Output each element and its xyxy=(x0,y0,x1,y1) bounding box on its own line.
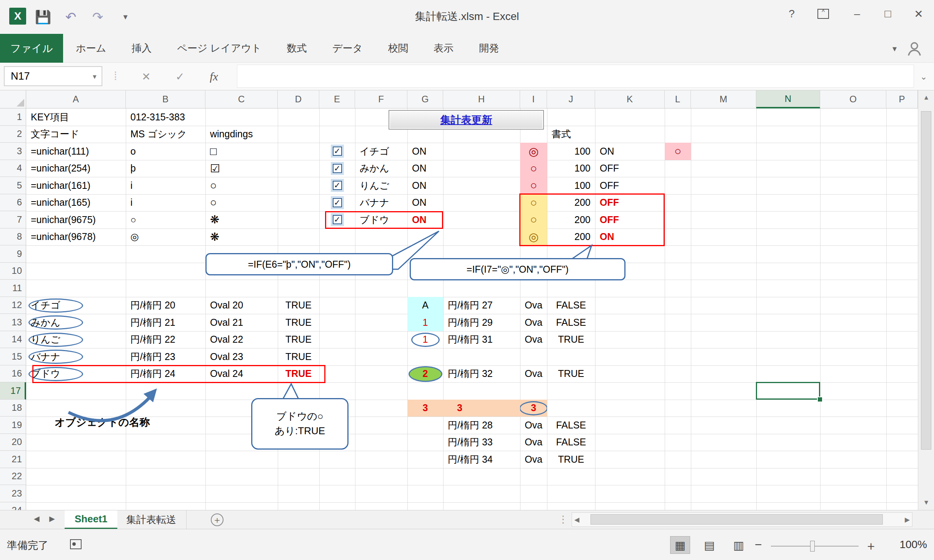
cell-G3[interactable]: ON xyxy=(407,143,443,160)
formula-callout-1[interactable]: =IF(E6="þ","ON","OFF") xyxy=(205,253,393,275)
row-header-4[interactable]: 4 xyxy=(0,160,26,177)
checkbox-checked-icon[interactable]: ✓ xyxy=(331,179,344,192)
scroll-right-icon[interactable]: ▶ xyxy=(905,516,910,524)
cell-A13[interactable]: みかん xyxy=(26,314,126,331)
cell-K5[interactable]: OFF xyxy=(595,177,665,194)
col-header-M[interactable]: M xyxy=(691,90,756,108)
cell-E7[interactable]: ✓ xyxy=(319,211,355,228)
cell-C16[interactable]: Oval 24 xyxy=(205,365,278,383)
zoom-slider-thumb[interactable] xyxy=(810,541,815,552)
cell-C3[interactable]: □ xyxy=(205,143,278,160)
cell-K7[interactable]: OFF xyxy=(595,211,665,228)
ribbon-caret-icon[interactable]: ▾ xyxy=(892,44,897,54)
cell-A4[interactable]: =unichar(254) xyxy=(26,160,126,177)
cell-I18[interactable]: 3 xyxy=(520,400,547,417)
cell-A15[interactable]: バナナ xyxy=(26,348,126,365)
cell-J14[interactable]: TRUE xyxy=(547,331,595,348)
zoom-out-button[interactable]: − xyxy=(755,538,762,552)
row-header-6[interactable]: 6 xyxy=(0,194,26,212)
cell-H13[interactable]: 円/楕円 29 xyxy=(443,314,520,331)
row-header-21[interactable]: 21 xyxy=(0,451,26,468)
sheet-tab-sheet1[interactable]: Sheet1 xyxy=(65,510,117,529)
view-page-break-icon[interactable]: ▥ xyxy=(729,536,749,554)
formula-callout-2[interactable]: =IF(I7="◎","ON","OFF") xyxy=(410,258,625,280)
update-summary-button[interactable]: 集計表更新 xyxy=(389,110,544,130)
col-header-E[interactable]: E xyxy=(319,90,355,108)
cell-B15[interactable]: 円/楕円 23 xyxy=(126,348,205,365)
col-header-C[interactable]: C xyxy=(205,90,278,108)
cell-C12[interactable]: Oval 20 xyxy=(205,297,278,314)
zoom-level[interactable]: 100% xyxy=(885,538,927,551)
speech-bubble-callout[interactable]: ブドウの○ あり:TRUE xyxy=(251,398,349,450)
cell-J12[interactable]: FALSE xyxy=(547,297,595,314)
view-normal-icon[interactable]: ▦ xyxy=(670,536,690,554)
cell-A3[interactable]: =unichar(111) xyxy=(26,143,126,160)
cell-A16[interactable]: ブドウ xyxy=(26,365,126,383)
macro-record-icon[interactable] xyxy=(70,539,82,549)
cell-A7[interactable]: =unichar(9675) xyxy=(26,211,126,228)
cell-J13[interactable]: FALSE xyxy=(547,314,595,331)
col-header-O[interactable]: O xyxy=(820,90,886,108)
account-icon[interactable] xyxy=(906,40,923,58)
cell-J2[interactable]: 書式 xyxy=(547,126,595,143)
col-header-H[interactable]: H xyxy=(443,90,520,108)
col-header-K[interactable]: K xyxy=(595,90,665,108)
horizontal-scrollbar[interactable]: ◀ ▶ xyxy=(572,512,912,527)
horizontal-scroll-thumb[interactable] xyxy=(590,514,883,525)
cell-I20[interactable]: Ova xyxy=(520,434,547,451)
cell-C5[interactable]: ○ xyxy=(205,177,278,194)
col-header-G[interactable]: G xyxy=(407,90,443,108)
formula-bar-expand-icon[interactable]: ⌄ xyxy=(920,72,927,82)
cell-B2[interactable]: MS ゴシック xyxy=(126,126,205,143)
cell-G13[interactable]: 1 xyxy=(407,314,443,331)
cell-J19[interactable]: FALSE xyxy=(547,417,595,434)
row-header-9[interactable]: 9 xyxy=(0,245,26,263)
cell-G12[interactable]: A xyxy=(407,297,443,314)
row-header-18[interactable]: 18 xyxy=(0,400,26,417)
cell-K3[interactable]: ON xyxy=(595,143,665,160)
cell-F7[interactable]: ブドウ xyxy=(355,211,407,228)
cell-D13[interactable]: TRUE xyxy=(278,314,319,331)
cell-C2[interactable]: wingdings xyxy=(205,126,278,143)
cell-G6[interactable]: ON xyxy=(407,194,443,212)
col-header-L[interactable]: L xyxy=(665,90,691,108)
col-header-I[interactable]: I xyxy=(520,90,547,108)
cell-D16[interactable]: TRUE xyxy=(278,365,319,383)
ribbon-tab-1[interactable]: ホーム xyxy=(63,34,119,63)
cell-F4[interactable]: みかん xyxy=(355,160,407,177)
cell-H19[interactable]: 円/楕円 28 xyxy=(443,417,520,434)
row-header-5[interactable]: 5 xyxy=(0,177,26,194)
ribbon-tab-7[interactable]: 表示 xyxy=(421,34,466,63)
ribbon-tab-3[interactable]: ページ レイアウト xyxy=(164,34,274,63)
cell-E5[interactable]: ✓ xyxy=(319,177,355,194)
cell-I19[interactable]: Ova xyxy=(520,417,547,434)
cell-B16[interactable]: 円/楕円 24 xyxy=(126,365,205,383)
cell-G5[interactable]: ON xyxy=(407,177,443,194)
tabbar-splitter-icon[interactable]: ⋮ xyxy=(558,513,568,525)
cell-J8[interactable]: 200 xyxy=(547,228,595,246)
ribbon-tab-8[interactable]: 開発 xyxy=(466,34,512,63)
cell-H18[interactable]: 3 xyxy=(443,400,520,417)
cell-I8[interactable]: ◎ xyxy=(520,228,547,246)
row-header-24[interactable]: 24 xyxy=(0,502,26,510)
cell-E6[interactable]: ✓ xyxy=(319,194,355,212)
insert-function-icon[interactable]: fx xyxy=(203,68,225,85)
select-all-corner[interactable] xyxy=(0,90,26,108)
sheet-tab-summary-transfer[interactable]: 集計表転送 xyxy=(116,510,187,529)
row-header-13[interactable]: 13 xyxy=(0,314,26,331)
cell-I7[interactable]: ○ xyxy=(520,211,547,228)
cell-I5[interactable]: ○ xyxy=(520,177,547,194)
cell-J4[interactable]: 100 xyxy=(547,160,595,177)
cell-A12[interactable]: イチゴ xyxy=(26,297,126,314)
name-box[interactable]: N17 xyxy=(4,66,102,86)
col-header-N[interactable]: N xyxy=(756,90,820,108)
cell-F6[interactable]: バナナ xyxy=(355,194,407,212)
scroll-down-icon[interactable]: ▼ xyxy=(918,496,934,509)
row-header-23[interactable]: 23 xyxy=(0,485,26,502)
cell-J20[interactable]: FALSE xyxy=(547,434,595,451)
row-header-12[interactable]: 12 xyxy=(0,297,26,314)
checkbox-checked-icon[interactable]: ✓ xyxy=(331,196,344,209)
cancel-icon[interactable]: ✕ xyxy=(135,68,157,85)
cell-B14[interactable]: 円/楕円 22 xyxy=(126,331,205,348)
close-button[interactable]: ✕ xyxy=(906,4,931,24)
